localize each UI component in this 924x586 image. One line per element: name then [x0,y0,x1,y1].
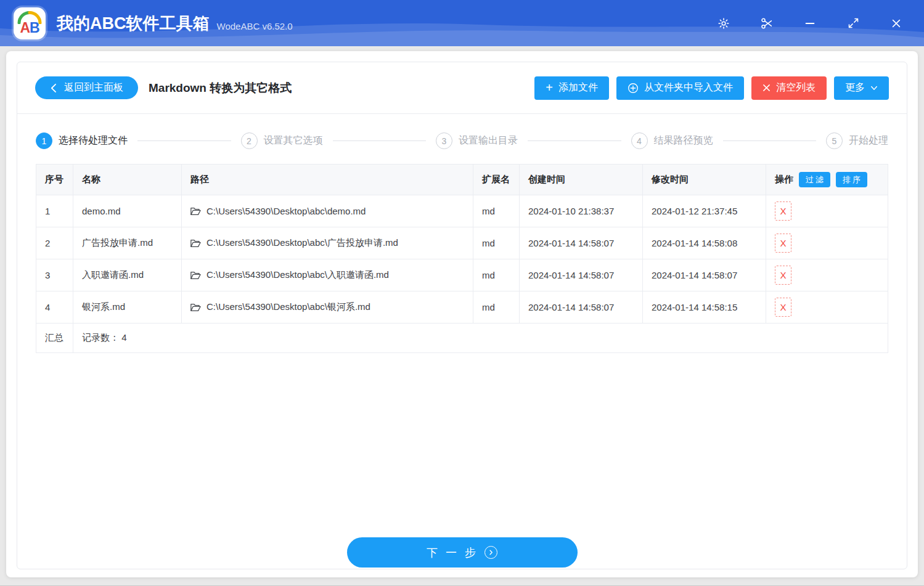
more-button[interactable]: 更多 [834,76,889,100]
chevron-down-icon [870,86,878,91]
step-output-dir: 3 设置输出目录 [436,132,518,149]
folder-icon [190,271,201,280]
step-start-processing: 5 开始处理 [826,132,888,149]
cell-index: 2 [36,227,73,259]
cell-created: 2024-01-14 14:58:07 [520,227,643,259]
cell-created: 2024-01-14 14:58:07 [520,291,643,324]
step-1-label: 选择待处理文件 [59,134,128,147]
delete-row-button[interactable]: X [775,201,791,221]
circle-arrow-right-icon [484,546,497,559]
col-header-index: 序号 [36,165,73,195]
circle-plus-icon [628,83,639,94]
cell-modified: 2024-01-14 14:58:15 [643,291,766,324]
settings-button[interactable] [702,6,745,41]
step-5-label: 开始处理 [849,134,888,147]
cell-path: C:\Users\54390\Desktop\abc\demo.md [182,195,473,227]
step-connector [723,140,817,141]
snip-button[interactable] [745,6,788,41]
cell-name: 广告投放申请.md [73,227,182,259]
table-row: 4 银河系.md C:\Users\54390\Desktop\abc\银河系.… [36,291,888,324]
table-header-row: 序号 名称 路径 扩展名 创建时间 修改时间 操作 过滤 排序 [36,165,888,195]
file-table-container: 序号 名称 路径 扩展名 创建时间 修改时间 操作 过滤 排序 [36,164,888,353]
sort-button[interactable]: 排序 [836,172,867,187]
path-text: C:\Users\54390\Desktop\abc\广告投放申请.md [206,237,398,249]
cell-index: 1 [36,195,73,227]
step-connector [137,140,231,141]
table-row: 3 入职邀请函.md C:\Users\54390\Desktop\abc\入职… [36,259,888,291]
close-icon [890,17,902,30]
path-text: C:\Users\54390\Desktop\abc\入职邀请函.md [206,269,389,281]
delete-row-button[interactable]: X [775,266,791,285]
table-row: 1 demo.md C:\Users\54390\Desktop\abc\dem… [36,195,888,227]
folder-icon [190,303,201,312]
clear-x-icon [763,84,771,92]
step-3-circle: 3 [436,132,452,149]
step-5-circle: 5 [826,132,843,149]
step-3-label: 设置输出目录 [459,134,518,147]
folder-icon [190,239,201,248]
action-header-label: 操作 [775,174,793,185]
cell-action: X [766,227,888,259]
summary-label: 汇总 [36,324,73,353]
cell-name: 入职邀请函.md [73,259,182,291]
step-other-options: 2 设置其它选项 [241,132,323,149]
card-header: 返回到主面板 Markdown 转换为其它格式 + 添加文件 从文件夹中导入文件 [17,62,907,113]
col-header-path: 路径 [182,165,473,195]
content-card: 返回到主面板 Markdown 转换为其它格式 + 添加文件 从文件夹中导入文件 [17,62,907,569]
table-summary-row: 汇总 记录数： 4 [36,324,888,353]
path-text: C:\Users\54390\Desktop\abc\银河系.md [206,301,370,313]
close-button[interactable] [875,6,918,41]
window-controls [702,6,918,41]
cell-ext: md [473,195,520,227]
add-files-button[interactable]: + 添加文件 [534,76,609,100]
step-connector [333,140,427,141]
back-to-dashboard-button[interactable]: 返回到主面板 [35,76,138,99]
path-text: C:\Users\54390\Desktop\abc\demo.md [206,206,366,216]
cell-ext: md [473,227,520,259]
delete-row-button[interactable]: X [775,234,791,253]
add-files-label: 添加文件 [558,81,598,94]
cell-index: 3 [36,259,73,291]
header-actions: + 添加文件 从文件夹中导入文件 清空列表 更多 [534,76,889,100]
col-header-ext: 扩展名 [473,165,520,195]
gear-icon [717,17,730,30]
minimize-icon [803,17,817,30]
cell-path: C:\Users\54390\Desktop\abc\广告投放申请.md [182,227,473,259]
step-select-files: 1 选择待处理文件 [36,132,128,149]
step-wizard: 1 选择待处理文件 2 设置其它选项 3 设置输出目录 4 结果路径预览 5 开… [17,114,907,152]
filter-button[interactable]: 过滤 [799,172,830,187]
app-version: WodeABC v6.52.0 [217,21,293,31]
step-4-label: 结果路径预览 [654,134,713,147]
import-from-folder-label: 从文件夹中导入文件 [644,81,733,94]
table-row: 2 广告投放申请.md C:\Users\54390\Desktop\abc\广… [36,227,888,259]
col-header-action: 操作 过滤 排序 [766,165,888,195]
step-4-circle: 4 [631,132,648,149]
titlebar: AB 我的ABC软件工具箱 WodeABC v6.52.0 [0,0,924,46]
minimize-button[interactable] [788,6,832,41]
clear-list-button[interactable]: 清空列表 [751,76,827,100]
cell-name: demo.md [73,195,182,227]
folder-icon [190,207,201,216]
delete-row-button[interactable]: X [775,298,791,317]
cell-created: 2024-01-10 21:38:37 [520,195,643,227]
cell-action: X [766,259,888,291]
next-step-button[interactable]: 下 一 步 [347,537,578,568]
step-result-preview: 4 结果路径预览 [631,132,713,149]
back-button-label: 返回到主面板 [64,81,123,94]
cell-modified: 2024-01-12 21:37:45 [643,195,766,227]
step-2-label: 设置其它选项 [264,134,323,147]
import-from-folder-button[interactable]: 从文件夹中导入文件 [616,76,744,100]
scissors-icon [760,17,774,30]
cell-modified: 2024-01-14 14:58:08 [643,227,766,259]
plus-icon: + [546,81,553,94]
cell-action: X [766,291,888,324]
page-title: Markdown 转换为其它格式 [149,80,292,96]
next-step-label: 下 一 步 [427,545,478,560]
maximize-icon [847,17,860,30]
cell-path: C:\Users\54390\Desktop\abc\入职邀请函.md [182,259,473,291]
cell-name: 银河系.md [73,291,182,324]
logo-arc-icon [17,10,42,24]
app-window: { "colors": { "titlebar_blue": "#2d62d8"… [0,0,924,586]
maximize-button[interactable] [832,6,875,41]
file-table: 序号 名称 路径 扩展名 创建时间 修改时间 操作 过滤 排序 [36,164,888,353]
